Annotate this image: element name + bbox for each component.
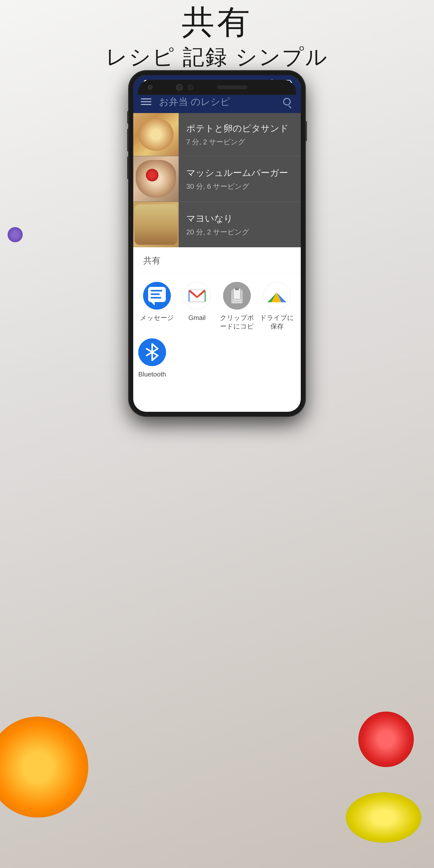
clipboard-label: クリップボードにコピ [218, 314, 256, 331]
drive-icon-wrap [263, 282, 291, 310]
share-grid-row1: メッセージ [133, 274, 301, 338]
volume-down-button [127, 156, 129, 179]
drive-label: ドライブに保存 [258, 314, 296, 331]
volume-up-button [127, 129, 129, 151]
recipe-thumb-3 [133, 202, 179, 247]
msg-line-2 [151, 293, 160, 295]
msg-bubble [148, 287, 166, 302]
recipe-item-2[interactable]: マッシュルームバーガー 30 分, 6 サービング [133, 156, 301, 202]
recipe-thumb-1 [133, 113, 179, 156]
gmail-icon [188, 289, 206, 303]
search-handle [288, 105, 292, 109]
deco-blueberry [7, 227, 23, 242]
search-icon [283, 98, 291, 105]
app-title: お弁当 のレシピ [159, 95, 273, 108]
page-title-sub: レシピ 記録 シンプル [106, 43, 328, 72]
food-image-2 [133, 156, 179, 202]
recipe-meta-3: 20 分, 2 サービング [186, 227, 293, 237]
speaker [217, 85, 247, 89]
recipe-meta-1: 7 分, 2 サービング [186, 137, 293, 147]
power-button [305, 121, 307, 141]
share-sheet: 共有 [133, 247, 301, 391]
food-image-1 [133, 113, 179, 156]
page-title-area: 共有 レシピ 記録 シンプル [0, 0, 434, 76]
svg-line-15 [152, 355, 158, 360]
messages-icon [148, 287, 166, 305]
share-item-clipboard[interactable]: クリップボードにコピ [218, 282, 256, 331]
recipe-list: ポテトと卵のピタサンド 7 分, 2 サービング マッシュルームバーガー 30 … [133, 113, 301, 247]
recipe-info-2: マッシュルームバーガー 30 分, 6 サービング [179, 156, 301, 202]
drive-icon [268, 288, 286, 304]
phone-outer: 14:13 × [129, 71, 305, 416]
bluetooth-icon-wrap [138, 338, 166, 366]
recipe-meta-2: 30 分, 6 サービング [186, 182, 293, 191]
msg-line-1 [151, 290, 162, 291]
menu-line-2 [141, 101, 151, 102]
share-item-drive[interactable]: ドライブに保存 [258, 282, 296, 331]
messages-icon-wrap [143, 282, 171, 310]
bluetooth-label: Bluetooth [138, 370, 166, 379]
recipe-item-1[interactable]: ポテトと卵のピタサンド 7 分, 2 サービング [133, 113, 301, 156]
front-camera-left [148, 85, 152, 90]
msg-lines [151, 290, 162, 299]
menu-line-1 [141, 98, 151, 99]
menu-line-3 [141, 104, 151, 105]
phone-notch [138, 80, 296, 95]
gmail-icon-wrap [183, 282, 211, 310]
deco-lemon [346, 792, 422, 843]
messages-label: メッセージ [140, 314, 174, 322]
recipe-thumb-2 [133, 156, 179, 202]
recipe-name-1: ポテトと卵のピタサンド [186, 122, 293, 135]
phone-device: 14:13 × [129, 71, 305, 853]
share-item-bluetooth[interactable]: Bluetooth [138, 338, 166, 379]
clipboard-icon [229, 288, 245, 304]
deco-tomato [358, 712, 414, 767]
recipe-name-3: マヨいなり [186, 213, 293, 225]
page-title-main: 共有 [182, 4, 252, 40]
search-button[interactable] [281, 95, 293, 108]
share-grid-row2: Bluetooth [133, 338, 301, 386]
recipe-info-3: マヨいなり 20 分, 2 サービング [179, 202, 301, 247]
phone-screen: 14:13 × [133, 75, 301, 412]
clipboard-icon-wrap [223, 282, 251, 310]
msg-line-3 [151, 297, 161, 299]
food-image-3 [133, 202, 179, 247]
recipe-info-1: ポテトと卵のピタサンド 7 分, 2 サービング [179, 113, 301, 156]
share-item-gmail[interactable]: Gmail [178, 282, 216, 331]
svg-rect-7 [235, 288, 239, 290]
recipe-item-3[interactable]: マヨいなり 20 分, 2 サービング [133, 202, 301, 247]
svg-line-13 [152, 344, 158, 349]
silent-switch [127, 111, 129, 124]
menu-icon[interactable] [141, 98, 151, 105]
share-sheet-title: 共有 [133, 255, 301, 274]
share-item-messages[interactable]: メッセージ [138, 282, 176, 331]
gmail-label: Gmail [188, 314, 206, 322]
bluetooth-icon [145, 343, 160, 362]
recipe-name-2: マッシュルームバーガー [186, 167, 293, 179]
front-camera-right [176, 84, 183, 91]
front-sensor [188, 85, 193, 90]
